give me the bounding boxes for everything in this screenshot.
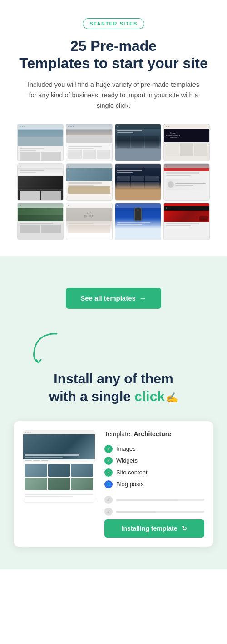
- progress-check-2: ✓: [104, 508, 113, 516]
- demo-card: Template: Architecture ✓ Images ✓ Widget…: [14, 421, 213, 547]
- progress-check-1: ✓: [104, 496, 113, 504]
- template-thumb-medical[interactable]: [163, 163, 210, 201]
- top-section: STARTER SITES 25 Pre-made Templates to s…: [0, 0, 227, 256]
- checklist-images-label: Images: [116, 445, 136, 452]
- browser-dot-2: [27, 432, 29, 433]
- check-site-content-icon: ✓: [104, 468, 113, 477]
- demo-info: Template: Architecture ✓ Images ✓ Widget…: [104, 430, 204, 538]
- curved-arrow-svg: [27, 327, 64, 363]
- starter-badge: STARTER SITES: [83, 18, 144, 29]
- install-button[interactable]: Installing template ↻: [104, 519, 204, 538]
- checklist-item-blog-posts: 🌐 Blog posts: [104, 480, 204, 488]
- bottom-section: See all templates → Install any of them …: [0, 256, 227, 569]
- template-thumb-wedding[interactable]: A&SMay 2024: [66, 203, 112, 240]
- progress-bar-2: [116, 511, 204, 513]
- template-thumb-restaurant[interactable]: [66, 163, 112, 201]
- checklist-site-content-label: Site content: [116, 469, 148, 476]
- see-all-button[interactable]: See all templates →: [66, 288, 161, 309]
- template-grid-row-1: KolleøModern LuxuriousCollection: [14, 124, 213, 161]
- progress-item-2: ✓: [104, 508, 204, 516]
- template-thumb-automotive[interactable]: [163, 203, 210, 240]
- cursor-decoration: ✍: [166, 392, 178, 403]
- template-thumb-app[interactable]: [115, 203, 161, 240]
- checklist-item-site-content: ✓ Site content: [104, 468, 204, 477]
- install-line2-prefix: with a single: [49, 389, 134, 404]
- demo-hero: [23, 434, 95, 459]
- template-thumb-architecture[interactable]: [17, 124, 64, 161]
- install-line1: Install any of them: [54, 371, 173, 386]
- template-name-label: Template: Architecture: [104, 430, 204, 438]
- demo-image-grid: [23, 462, 95, 492]
- progress-bar-1: [116, 499, 204, 501]
- page-wrapper: STARTER SITES 25 Pre-made Templates to s…: [0, 0, 227, 569]
- see-all-button-row: See all templates →: [14, 274, 213, 327]
- template-thumb-portfolio[interactable]: [17, 163, 64, 201]
- refresh-icon: ↻: [182, 525, 187, 532]
- template-thumb-fashion[interactable]: KolleøModern LuxuriousCollection: [163, 124, 210, 161]
- template-thumb-business[interactable]: [66, 124, 112, 161]
- progress-item-1: ✓: [104, 496, 204, 504]
- checklist-widgets-label: Widgets: [116, 457, 138, 464]
- demo-bottom-text: [23, 492, 95, 502]
- template-thumb-library[interactable]: [115, 163, 161, 201]
- template-thumb-hotel[interactable]: [115, 124, 161, 161]
- check-images-icon: ✓: [104, 445, 113, 453]
- arrow-icon: →: [139, 294, 147, 302]
- subtitle: Included you will find a huge variety of…: [27, 80, 200, 111]
- check-blog-posts-icon: 🌐: [104, 480, 113, 488]
- arrow-decoration: [14, 327, 213, 365]
- install-click-word: click: [134, 389, 165, 404]
- browser-dot-1: [25, 432, 26, 433]
- install-button-label: Installing template: [122, 525, 178, 532]
- checklist-item-widgets: ✓ Widgets: [104, 457, 204, 465]
- checklist-blog-posts-label: Blog posts: [116, 481, 144, 488]
- checklist-item-images: ✓ Images: [104, 445, 204, 453]
- browser-dot-3: [30, 432, 31, 433]
- main-title: 25 Pre-made Templates to start your site: [14, 37, 213, 72]
- template-grid-row-3: A&SMay 2024: [14, 203, 213, 240]
- install-heading: Install any of them with a single click✍: [14, 370, 213, 405]
- demo-screenshot: [23, 430, 95, 503]
- template-thumb-university[interactable]: [17, 203, 64, 240]
- checklist: ✓ Images ✓ Widgets ✓ Site content 🌐 Blog…: [104, 445, 204, 488]
- template-grid-row-2: [14, 163, 213, 201]
- see-all-label: See all templates: [80, 294, 136, 302]
- check-widgets-icon: ✓: [104, 457, 113, 465]
